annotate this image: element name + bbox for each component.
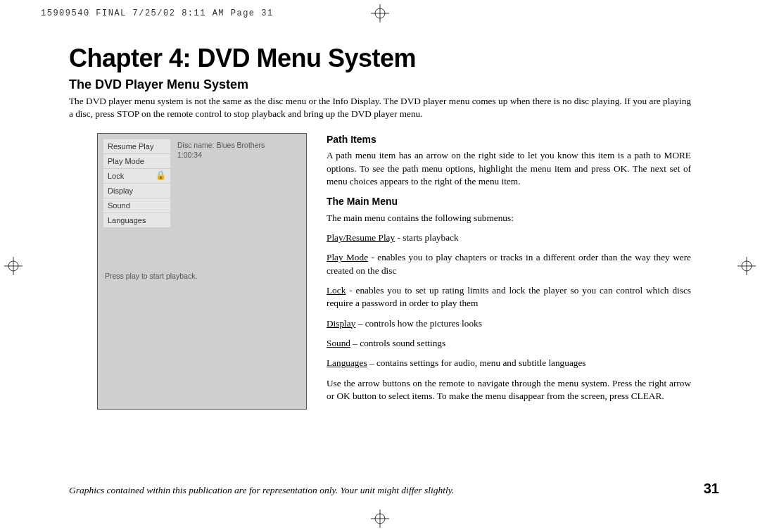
submenu-desc: - enables you to set up rating limits an… xyxy=(327,285,691,308)
submenu-desc: – contains settings for audio, menu and … xyxy=(367,357,586,368)
submenu-display: Display – controls how the pictures look… xyxy=(327,317,691,330)
submenu-languages: Languages – contains settings for audio,… xyxy=(327,357,691,369)
registration-mark-icon xyxy=(4,257,23,275)
body-column: Path Items A path menu item has an arrow… xyxy=(327,133,691,410)
main-menu-intro: The main menu contains the following sub… xyxy=(327,212,691,224)
chapter-title: Chapter 4: DVD Menu System xyxy=(69,44,719,73)
path-items-heading: Path Items xyxy=(327,133,691,146)
section-title: The DVD Player Menu System xyxy=(69,77,719,92)
screenshot-menu-list: Resume Play Play Mode Lock 🔒 Display Sou… xyxy=(103,139,170,228)
registration-mark-icon xyxy=(371,509,389,528)
disc-name-line: Disc name: Blues Brothers xyxy=(177,141,298,151)
screenshot-menu-item: Display xyxy=(103,184,170,198)
disc-duration: 1:00:34 xyxy=(177,151,298,160)
dvd-menu-screenshot: Resume Play Play Mode Lock 🔒 Display Sou… xyxy=(97,133,307,410)
path-items-paragraph: A path menu item has an arrow on the rig… xyxy=(327,149,691,188)
submenu-label: Play Mode xyxy=(327,252,368,262)
lock-icon: 🔒 xyxy=(156,170,166,180)
registration-mark-icon xyxy=(737,257,756,275)
screenshot-prompt: Press play to start playback. xyxy=(103,272,300,280)
intro-paragraph: The DVD player menu system is not the sa… xyxy=(69,95,691,120)
submenu-label: Display xyxy=(327,318,355,329)
page-number: 31 xyxy=(704,481,719,497)
main-menu-heading: The Main Menu xyxy=(327,195,691,208)
screenshot-menu-item: Languages xyxy=(103,213,170,228)
submenu-lock: Lock - enables you to set up rating limi… xyxy=(327,284,691,310)
submenu-label: Languages xyxy=(327,357,367,368)
screenshot-menu-item: Sound xyxy=(103,198,170,213)
submenu-play: Play/Resume Play - starts playback xyxy=(327,232,691,244)
screenshot-menu-item: Lock 🔒 xyxy=(103,169,170,184)
registration-mark-icon xyxy=(371,4,389,23)
submenu-desc: – controls how the pictures looks xyxy=(355,318,481,329)
page-footer: Graphics contained within this publicati… xyxy=(41,481,719,497)
submenu-sound: Sound – controls sound settings xyxy=(327,337,691,350)
screenshot-menu-item: Play Mode xyxy=(103,154,170,169)
screenshot-menu-item-label: Lock xyxy=(108,172,124,180)
submenu-desc: - enables you to play chapters or tracks… xyxy=(327,252,691,275)
navigation-paragraph: Use the arrow buttons on the remote to n… xyxy=(327,377,691,403)
submenu-label: Play/Resume Play xyxy=(327,232,395,243)
submenu-desc: – controls sound settings xyxy=(350,338,445,348)
submenu-play-mode: Play Mode - enables you to play chapters… xyxy=(327,251,691,277)
submenu-desc: - starts playback xyxy=(395,232,458,243)
submenu-label: Lock xyxy=(327,285,346,296)
submenu-label: Sound xyxy=(327,338,350,348)
footer-note: Graphics contained within this publicati… xyxy=(69,485,454,496)
screenshot-disc-info: Disc name: Blues Brothers 1:00:34 xyxy=(175,139,300,228)
screenshot-menu-item: Resume Play xyxy=(103,139,170,154)
